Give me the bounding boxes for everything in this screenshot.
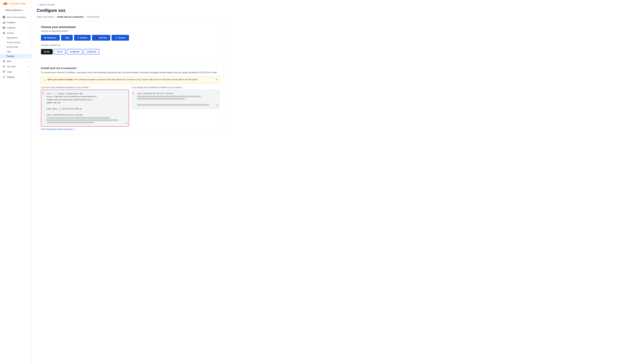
install-section-title: Install and run a connector [41, 66, 220, 70]
sidebar-item-service-auth[interactable]: Service Auth [0, 45, 32, 49]
team-icon [3, 65, 5, 68]
os-button-mac[interactable]: Mac [61, 35, 73, 40]
chevron-down-icon: ▾ [28, 60, 29, 62]
faq-link[interactable]: View Frequently Asked Questions ↗ [41, 128, 75, 130]
svg-rect-9 [4, 22, 4, 24]
arch-button-64bit[interactable]: 64-bit [41, 49, 53, 54]
svg-point-25 [4, 76, 5, 78]
chevron-down-icon: ▾ [28, 71, 29, 73]
sidebar-item-label: Logs [7, 70, 26, 73]
chevron-down-icon: ▾ [28, 66, 29, 68]
main-content: ← Back to Tunnels Configure sss Name you… [32, 0, 643, 364]
svg-rect-10 [5, 22, 5, 24]
warning-banner: ⚠ Store your token carefully. This comma… [41, 76, 220, 84]
svg-rect-22 [3, 71, 5, 71]
logo-text: CLOUDFLARE [9, 2, 26, 5]
sidebar-item-label: Service Auth [7, 46, 18, 48]
breadcrumb-step-3: Route tunnel [87, 16, 99, 18]
debian-icon: ⊙ [77, 36, 79, 39]
code-left-content: curl -L --output cloudflared.deb https:/… [44, 92, 126, 123]
cloudflare-logo-icon [3, 2, 8, 5]
svg-rect-7 [4, 17, 5, 18]
sidebar-item-dex[interactable]: DEX ▾ [0, 58, 32, 64]
os-button-group: ⊞ Windows Mac ⊙ Debian 🎩 Red Hat 🐳 [41, 35, 220, 40]
copy-button-left[interactable]: ⧉ [126, 121, 127, 125]
account-name: Bitdoze1@gmail.co... [6, 9, 27, 11]
code-blurred-1 [47, 117, 110, 119]
sidebar-item-zero-trust[interactable]: Zero Trust overview [0, 14, 32, 20]
os-button-docker[interactable]: 🐳 Docker [112, 35, 129, 40]
svg-line-19 [4, 61, 4, 62]
code-line-2: https://github.com/cloudflare/cloudflare… [47, 96, 97, 98]
svg-rect-4 [3, 16, 4, 17]
chevron-down-icon: ▾ [28, 22, 29, 23]
code-right-content: sudo cloudflared service install [134, 92, 217, 106]
copy-button-right[interactable]: ⧉ [216, 104, 218, 107]
sidebar-item-settings[interactable]: Settings [0, 74, 32, 80]
code-right-blurred-3 [137, 104, 209, 106]
arch-button-arm64[interactable]: arm64-bit [67, 49, 82, 54]
install-description: To connect your tunnel to Cloudflare, co… [41, 71, 220, 74]
logo: CLOUDFLARE [0, 0, 32, 8]
arch-button-group: 64-bit 32-bit arm64-bit arm32-bit [41, 49, 220, 54]
sidebar-item-access[interactable]: Access ▴ [0, 30, 32, 36]
back-to-tunnels-link[interactable]: ← Back to Tunnels [37, 4, 55, 6]
code-block-right-label: If you already have cloudflared installe… [132, 86, 220, 88]
os-button-redhat[interactable]: 🎩 Red Hat [92, 35, 110, 40]
sidebar: CLOUDFLARE ← Bitdoze1@gmail.co... › Zero… [0, 0, 32, 364]
sidebar-item-tunnels[interactable]: Tunnels [0, 54, 32, 58]
breadcrumb-separator-1: › [55, 16, 56, 18]
account-switcher[interactable]: ← Bitdoze1@gmail.co... › [0, 8, 32, 13]
code-right-blurred-1 [137, 96, 201, 97]
sidebar-item-label: Access [7, 32, 26, 34]
sidebar-item-logs[interactable]: Logs ▾ [0, 69, 32, 74]
code-right-line-1: sudo cloudflared service install [137, 92, 173, 94]
gateway-icon [3, 26, 5, 29]
environment-card: Choose your environment Choose an operat… [37, 21, 224, 58]
svg-rect-24 [3, 72, 4, 72]
code-line-1: curl -L --output cloudflared.deb [47, 92, 83, 95]
install-card: Install and run a connector To connect y… [37, 62, 224, 134]
sidebar-navigation: Zero Trust overview Analytics ▾ Gateway … [0, 13, 32, 364]
warning-bold-text: Store your token carefully. [48, 78, 73, 81]
sidebar-item-label: Tunnels [7, 55, 14, 58]
sidebar-item-tags[interactable]: Tags [0, 49, 32, 54]
arch-label: Choose architecture: [41, 44, 220, 46]
code-right-blurred-2 [137, 98, 185, 100]
breadcrumb-step-2: Install and run connectors [57, 16, 84, 18]
svg-rect-23 [3, 72, 5, 72]
code-line-3: leases/latest/download/cloudflared-linux… [47, 99, 93, 101]
grid-icon [3, 16, 5, 18]
account-back-icon: ← [2, 9, 4, 11]
svg-rect-14 [3, 33, 5, 34]
code-blocks-container: If you don't have cloudflared installed … [41, 86, 220, 126]
breadcrumb-separator-2: › [85, 16, 86, 18]
sidebar-item-analytics[interactable]: Analytics ▾ [0, 20, 32, 25]
svg-point-17 [4, 61, 5, 62]
sidebar-item-label: DEX [7, 60, 26, 62]
code-line-4: amd64.deb && [47, 102, 60, 104]
os-button-debian[interactable]: ⊙ Debian [74, 35, 91, 40]
sidebar-item-applications[interactable]: Applications [0, 36, 32, 40]
sidebar-item-label: Settings [7, 76, 29, 78]
code-block-left-wrapper: If you don't have cloudflared installed … [41, 86, 129, 126]
os-button-windows[interactable]: ⊞ Windows [41, 35, 60, 40]
svg-point-16 [4, 60, 5, 61]
warning-close-button[interactable]: ✕ [215, 78, 217, 81]
warning-icon: ⚠ [44, 78, 46, 82]
sidebar-item-my-team[interactable]: My Team ▾ [0, 64, 32, 69]
sidebar-item-gateway[interactable]: Gateway ▾ [0, 25, 32, 30]
code-line-5: sudo dpkg -i cloudflared.deb && [47, 108, 82, 110]
environment-section-title: Choose your environment [41, 26, 220, 29]
arch-button-arm32[interactable]: arm32-bit [84, 49, 99, 54]
breadcrumb-step-1: Name your tunnel [37, 16, 54, 18]
chevron-up-icon: ▴ [28, 32, 29, 34]
chart-icon [3, 21, 5, 24]
svg-rect-5 [4, 16, 5, 17]
breadcrumb: Name your tunnel › Install and run conne… [37, 16, 224, 18]
page-title: Configure sss [37, 8, 224, 13]
svg-rect-8 [3, 22, 3, 24]
arch-button-32bit[interactable]: 32-bit [54, 49, 66, 54]
sidebar-item-access-groups[interactable]: Access Groups [0, 40, 32, 45]
sidebar-item-label: Analytics [7, 21, 26, 24]
